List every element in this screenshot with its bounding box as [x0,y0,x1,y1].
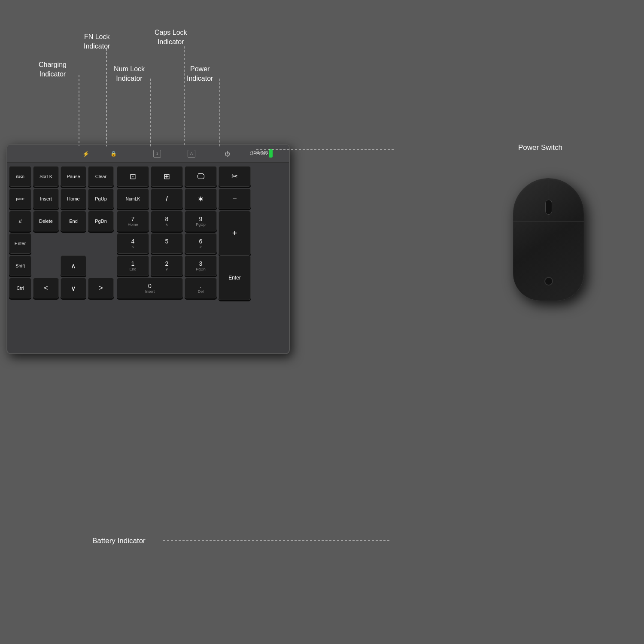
keyboard: ⚡ 🔒 1 A ⏻ OFF/ON rtscn ScrLK Pause Clear… [6,144,290,354]
key-left: < [33,278,59,298]
key-clear: Clear [88,166,114,187]
key-delete: Delete [33,211,59,231]
key-np-dot: .Del [185,278,217,298]
caps-lock-label: Caps LockIndicator [155,28,187,46]
key-pause: Pause [61,166,86,187]
scene: ⚡ 🔒 1 A ⏻ OFF/ON rtscn ScrLK Pause Clear… [0,0,644,644]
power-led: ⏻ [225,151,230,157]
key-np-enter: Enter [219,255,251,300]
key-home: Home [61,188,86,209]
key-numlk: NumLK [117,188,149,209]
key-down: ∨ [61,278,86,298]
key-np-6: 6> [185,233,217,254]
fn-lock-dashed-line [106,49,107,146]
key-np-2: 2∨ [151,255,183,276]
key-np-9: 9PgUp [185,211,217,231]
key-np-8: 8∧ [151,211,183,231]
key-np-1: 1End [117,255,149,276]
key-insert: Insert [33,188,59,209]
fn-lock-label: FN LockIndicator [84,32,110,51]
off-on-text: OFF/ON [252,150,268,155]
key-np-4: 4< [117,233,149,254]
key-np-f1: ⊡ [117,166,149,187]
battery-indicator-label: Battery Indicator [92,537,146,545]
key-np-f2: ⊞ [151,166,183,187]
key-ctrl-partial: Ctrl [9,278,31,298]
num-lock-label: Num LockIndicator [114,64,145,83]
key-np-div: / [151,188,183,209]
key-right: > [88,278,114,298]
key-pgdn: PgDn [88,211,114,231]
battery-dashed-line [163,540,391,541]
key-np-0: 0Insert [117,278,183,298]
key-np-plus: + [219,211,251,255]
key-enter-partial: Enter [9,233,31,254]
key-np-7: 7Home [117,211,149,231]
key-np-mul: ∗ [185,188,217,209]
key-end: End [61,211,86,231]
key-shift-partial: Shift [9,255,31,276]
key-np-minus: − [219,188,251,209]
power-switch-label: Power Switch [518,143,562,152]
mouse-scroll-wheel [545,200,552,215]
num-lock-led: 1 [153,150,161,158]
key-scrlk: ScrLK [33,166,59,187]
caps-lock-dashed-line [184,46,185,146]
caps-lock-led: A [188,150,195,158]
num-lock-dashed-line [150,79,151,146]
mouse [513,178,584,301]
key-tilde-partial: # [9,211,31,231]
key-np-5: 5— [151,233,183,254]
mouse-battery-dot [544,277,553,286]
charging-label: ChargingIndicator [39,60,67,79]
key-np-scissors: ✂ [219,166,251,187]
key-space-partial: pace [9,188,31,209]
key-prtscn: rtscn [9,166,31,187]
power-indicator-label: PowerIndicator [187,64,213,83]
indicator-strip: ⚡ 🔒 1 A ⏻ OFF/ON [7,145,289,163]
key-np-f3: 🖵 [185,166,217,187]
power-switch-led [269,149,273,158]
charging-led: ⚡ [82,151,89,157]
fn-lock-led: 🔒 [110,151,117,157]
charging-dashed-line [79,75,79,146]
key-pgup: PgUp [88,188,114,209]
key-up: ∧ [61,255,86,276]
power-indicator-dashed-line [219,79,220,146]
key-np-3: 3PgDn [185,255,217,276]
power-switch-dashed-line [256,149,394,150]
